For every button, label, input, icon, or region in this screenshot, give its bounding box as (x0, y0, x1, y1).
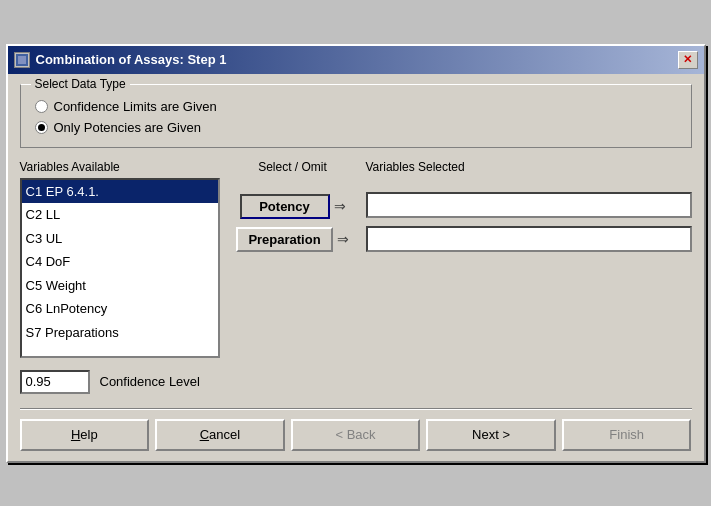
help-button[interactable]: Help (20, 419, 150, 451)
list-item[interactable]: C4 DoF (22, 250, 218, 274)
potency-select-row: Potency ⇒ (240, 194, 346, 219)
cancel-button[interactable]: Cancel (155, 419, 285, 451)
confidence-label: Confidence Level (100, 374, 200, 389)
variables-available-col: Variables Available C1 EP 6.4.1. C2 LL C… (20, 160, 220, 358)
potency-selected-field[interactable] (366, 192, 692, 218)
radio-potencies-label: Only Potencies are Given (54, 120, 201, 135)
main-window: Combination of Assays: Step 1 ✕ Select D… (6, 44, 706, 463)
back-button[interactable]: < Back (291, 419, 421, 451)
list-item[interactable]: C5 Weight (22, 274, 218, 298)
variables-list[interactable]: C1 EP 6.4.1. C2 LL C3 UL C4 DoF C5 Weigh… (20, 178, 220, 358)
help-label: Help (71, 427, 98, 442)
list-item[interactable]: C1 EP 6.4.1. (22, 180, 218, 204)
radio-potencies-input[interactable] (35, 121, 48, 134)
cancel-label: Cancel (200, 427, 240, 442)
window-title: Combination of Assays: Step 1 (36, 52, 227, 67)
selected-inputs (366, 192, 692, 252)
variables-selected-col: Variables Selected (366, 160, 692, 358)
potency-button[interactable]: Potency (240, 194, 330, 219)
potency-arrow: ⇒ (334, 198, 346, 214)
list-item[interactable]: C6 LnPotency (22, 297, 218, 321)
radio-confidence-input[interactable] (35, 100, 48, 113)
close-button[interactable]: ✕ (678, 51, 698, 69)
preparation-select-row: Preparation ⇒ (236, 227, 348, 252)
next-button[interactable]: Next > (426, 419, 556, 451)
group-box-title: Select Data Type (31, 77, 130, 91)
select-omit-col: Select / Omit Potency ⇒ Preparation ⇒ (228, 160, 358, 358)
back-label: < Back (335, 427, 375, 442)
radio-confidence-label: Confidence Limits are Given (54, 99, 217, 114)
radio-potencies[interactable]: Only Potencies are Given (35, 120, 677, 135)
divider (20, 408, 692, 409)
finish-label: Finish (609, 427, 644, 442)
select-omit-buttons: Potency ⇒ Preparation ⇒ (228, 194, 358, 252)
variables-selected-header: Variables Selected (366, 160, 692, 174)
window-body: Select Data Type Confidence Limits are G… (8, 74, 704, 461)
title-bar-left: Combination of Assays: Step 1 (14, 52, 227, 68)
main-area: Variables Available C1 EP 6.4.1. C2 LL C… (20, 160, 692, 358)
confidence-input[interactable] (20, 370, 90, 394)
list-item[interactable]: C3 UL (22, 227, 218, 251)
preparation-selected-field[interactable] (366, 226, 692, 252)
confidence-row: Confidence Level (20, 370, 692, 394)
radio-group: Confidence Limits are Given Only Potenci… (35, 99, 677, 135)
variables-available-header: Variables Available (20, 160, 220, 174)
data-type-group: Select Data Type Confidence Limits are G… (20, 84, 692, 148)
preparation-arrow: ⇒ (337, 231, 349, 247)
title-bar: Combination of Assays: Step 1 ✕ (8, 46, 704, 74)
finish-button[interactable]: Finish (562, 419, 692, 451)
list-item[interactable]: S7 Preparations (22, 321, 218, 345)
preparation-button[interactable]: Preparation (236, 227, 332, 252)
svg-rect-1 (18, 56, 26, 64)
select-omit-header: Select / Omit (258, 160, 327, 174)
next-label: Next > (472, 427, 510, 442)
radio-confidence[interactable]: Confidence Limits are Given (35, 99, 677, 114)
window-icon (14, 52, 30, 68)
list-item[interactable]: C2 LL (22, 203, 218, 227)
button-row: Help Cancel < Back Next > Finish (20, 419, 692, 451)
